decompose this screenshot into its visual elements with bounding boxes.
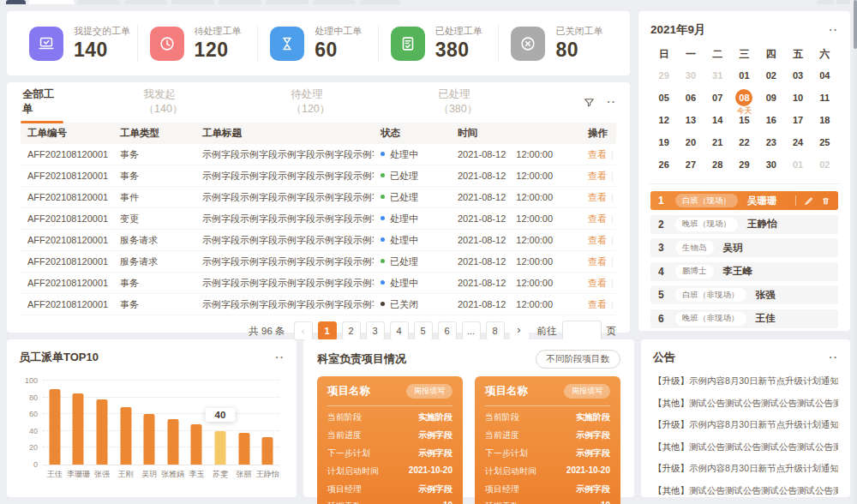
announcement-item[interactable]: 【升级】示例内容8月30日新节点升级计划通知 xyxy=(653,419,838,431)
view-link[interactable]: 查看 xyxy=(588,192,607,202)
calendar-day[interactable]: 27 xyxy=(677,153,704,176)
view-link[interactable]: 查看 xyxy=(588,171,607,181)
more-icon[interactable]: ·· xyxy=(829,353,838,362)
page-scrollbar-track[interactable] xyxy=(854,0,857,504)
goto-page-input[interactable] xyxy=(562,321,602,341)
shift-row[interactable]: 1白班（现场）吴珊珊 xyxy=(650,191,838,210)
calendar-day[interactable]: 16 xyxy=(758,109,784,131)
chart-bar[interactable] xyxy=(215,431,226,465)
chart-bar[interactable] xyxy=(120,407,131,465)
browser-tab-stub[interactable] xyxy=(817,0,834,4)
view-link[interactable]: 查看 xyxy=(588,299,607,309)
filter-icon[interactable] xyxy=(584,97,595,108)
calendar-day[interactable]: 03 xyxy=(784,64,811,87)
calendar-day[interactable]: 28 xyxy=(704,153,731,176)
calendar-day[interactable]: 26 xyxy=(650,153,677,176)
browser-tab-stub-active[interactable] xyxy=(28,0,75,4)
more-icon[interactable]: ·· xyxy=(829,26,838,34)
browser-tab-stub[interactable] xyxy=(124,0,167,4)
browser-tab-stub[interactable] xyxy=(77,0,120,4)
calendar-day[interactable]: 29 xyxy=(731,153,758,176)
more-icon[interactable]: ·· xyxy=(275,353,285,362)
chart-bar[interactable] xyxy=(97,399,108,465)
pagination-page-...[interactable]: ... xyxy=(462,321,481,340)
announcement-item[interactable]: 【其他】测试公告测试公告测试公告测试公告测试公告 xyxy=(653,441,838,453)
browser-tab-stub[interactable] xyxy=(836,0,850,4)
browser-tab-stub[interactable] xyxy=(219,0,261,4)
shift-row[interactable]: 6晚班（非现场）王佳 xyxy=(650,309,838,328)
announcement-item[interactable]: 【升级】示例内容8月30日新节点升级计划通知 xyxy=(653,375,838,387)
chart-bar[interactable] xyxy=(191,424,202,465)
calendar-day[interactable]: 18 xyxy=(812,109,838,131)
calendar-day[interactable]: 01 xyxy=(784,153,811,176)
calendar-day[interactable]: 01 xyxy=(731,64,758,87)
view-link[interactable]: 查看 xyxy=(588,235,607,245)
calendar-day[interactable]: 22 xyxy=(731,131,758,153)
chart-bar[interactable] xyxy=(238,433,249,465)
pagination-page-1[interactable]: 1 xyxy=(318,321,337,340)
more-icon[interactable]: ·· xyxy=(607,98,616,106)
chart-bar[interactable] xyxy=(262,437,273,465)
calendar-day[interactable]: 09 xyxy=(758,87,784,109)
calendar-day[interactable]: 14 xyxy=(704,109,731,131)
announcement-item[interactable]: 【升级】示例内容8月30日新节点升级计划通知 xyxy=(653,463,838,475)
calendar-day[interactable]: 06 xyxy=(677,87,704,109)
calendar-day[interactable]: 10 xyxy=(784,87,811,109)
pagination-page-2[interactable]: 2 xyxy=(342,321,361,340)
view-link[interactable]: 查看 xyxy=(588,256,607,267)
calendar-day[interactable]: 12 xyxy=(650,109,677,131)
page-scrollbar-thumb[interactable] xyxy=(854,0,857,49)
calendar-day[interactable]: 05 xyxy=(650,87,677,109)
pagination-page-8[interactable]: 8 xyxy=(486,321,505,340)
calendar-day[interactable]: 07 xyxy=(704,87,731,109)
shift-row[interactable]: 4鹏博士李王峰 xyxy=(650,262,838,281)
calendar-day[interactable]: 23 xyxy=(758,131,784,153)
shift-row[interactable]: 5白班（非现场）张强 xyxy=(650,285,838,304)
chart-bar[interactable] xyxy=(49,389,60,465)
view-link[interactable]: 查看 xyxy=(588,149,607,159)
chart-bar[interactable] xyxy=(167,419,178,465)
view-link[interactable]: 查看 xyxy=(588,213,607,224)
view-link[interactable]: 查看 xyxy=(588,278,607,288)
tab-workorders-1[interactable]: 我发起（140） xyxy=(142,83,211,121)
calendar-day[interactable]: 20 xyxy=(677,131,704,153)
tab-workorders-3[interactable]: 已处理（380） xyxy=(436,83,505,121)
calendar-day[interactable]: 21 xyxy=(704,131,731,153)
weekly-report-badge[interactable]: 周报填写 xyxy=(564,384,610,399)
calendar-day[interactable]: 17 xyxy=(784,109,811,131)
pagination-page-5[interactable]: 5 xyxy=(414,321,433,340)
calendar-day-today[interactable]: 08今天 xyxy=(731,87,758,109)
calendar-day[interactable]: 13 xyxy=(677,109,704,131)
pagination-page-3[interactable]: 3 xyxy=(366,321,385,340)
browser-tab-stub[interactable] xyxy=(360,0,400,4)
browser-tab-stub[interactable] xyxy=(313,0,356,4)
pagination-next-button[interactable]: › xyxy=(510,321,529,340)
tab-workorders-2[interactable]: 待处理（120） xyxy=(289,83,357,121)
calendar-day[interactable]: 19 xyxy=(650,131,677,153)
stage-count-button[interactable]: 不同阶段项目数 xyxy=(536,350,621,369)
shift-row[interactable]: 2晚班（现场）王静怡 xyxy=(650,215,838,234)
calendar-day[interactable]: 11 xyxy=(812,87,838,109)
trash-icon[interactable] xyxy=(821,196,830,206)
shift-row[interactable]: 3生物岛吴玥 xyxy=(650,238,838,257)
edit-icon[interactable] xyxy=(804,196,813,206)
pagination-page-6[interactable]: 6 xyxy=(438,321,457,340)
calendar-day[interactable]: 04 xyxy=(812,64,838,87)
calendar-day[interactable]: 30 xyxy=(677,64,704,87)
browser-tab-stub[interactable] xyxy=(171,0,214,4)
browser-tab-stub[interactable] xyxy=(266,0,309,4)
chart-bar[interactable] xyxy=(144,414,155,465)
weekly-report-badge[interactable]: 周报填写 xyxy=(406,384,452,399)
calendar-day[interactable]: 25 xyxy=(812,131,838,153)
calendar-day[interactable]: 02 xyxy=(758,64,784,87)
pagination-prev-button[interactable]: ‹ xyxy=(294,321,313,340)
calendar-day[interactable]: 29 xyxy=(650,64,677,87)
pagination-page-4[interactable]: 4 xyxy=(390,321,409,340)
calendar-day[interactable]: 30 xyxy=(758,153,784,176)
chart-bar[interactable] xyxy=(73,393,84,465)
announcement-item[interactable]: 【其他】测试公告测试公告测试公告测试公告测试公告 xyxy=(653,485,838,497)
calendar-day[interactable]: 31 xyxy=(704,64,731,87)
tab-workorders-0[interactable]: 全部工单 xyxy=(21,83,63,121)
browser-tab-stub[interactable] xyxy=(6,0,26,4)
calendar-day[interactable]: 02 xyxy=(812,153,838,176)
